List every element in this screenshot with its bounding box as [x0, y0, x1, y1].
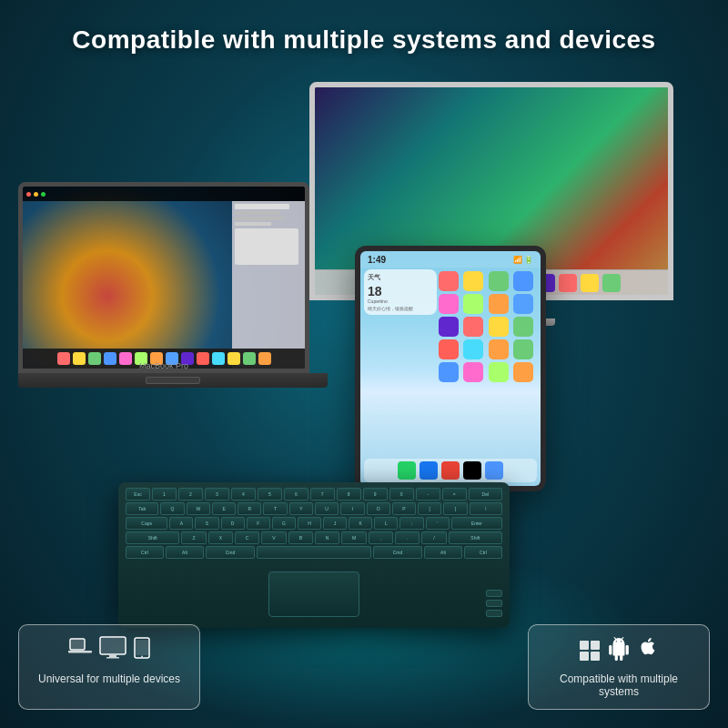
close-dot: [26, 192, 31, 197]
key-j: J: [323, 517, 347, 530]
key-semi: ;: [399, 517, 423, 530]
macbook-body: [18, 373, 328, 388]
key-r: R: [238, 502, 261, 515]
key-t: T: [263, 502, 287, 515]
info-box-systems-label: Compatible with multiple systems: [543, 672, 694, 698]
key-del: Del: [469, 488, 502, 500]
key-e: E: [212, 502, 236, 515]
key-5: 5: [258, 488, 282, 500]
key-i: I: [340, 502, 364, 515]
key-l: L: [374, 517, 398, 530]
key-space: [257, 546, 371, 559]
key-rshift: Shift: [449, 531, 502, 544]
key-8: 8: [337, 488, 361, 500]
key-slash: /: [421, 531, 446, 544]
key-s: S: [195, 517, 218, 530]
key-k: K: [349, 517, 372, 530]
key-f: F: [247, 517, 270, 530]
key-rcmd: Cmd: [373, 546, 422, 559]
android-icon: [607, 637, 631, 664]
key-row-3: Caps A S D F G H J K L ; ' Enter: [126, 517, 502, 530]
key-tab: Tab: [126, 502, 158, 515]
ipad-widget: 天气 18 Cupertino 晴天好心情，锻炼提醒: [364, 269, 437, 315]
key-w: W: [187, 502, 210, 515]
ipad-time: 1:49: [368, 255, 386, 265]
monitor-icon: [99, 636, 126, 665]
key-d: D: [221, 517, 245, 530]
key-quote: ': [426, 517, 450, 530]
ipad-status-icons: 📶 🔋: [513, 256, 533, 264]
svg-rect-3: [101, 638, 125, 653]
key-z: Z: [181, 531, 206, 544]
keyboard-device: Esc 1 2 3 4 5 6 7 8 9 0 - = Del Tab Q W …: [118, 482, 510, 628]
ipad-app-grid: [437, 269, 537, 384]
key-equal: =: [442, 488, 467, 500]
keyboard-button-2: [486, 600, 502, 607]
system-icons: [580, 636, 658, 665]
ipad-screen: 1:49 📶 🔋 天气 18 Cupertino 晴天好心情，锻炼提醒: [360, 251, 541, 486]
page-title: Compatible with multiple systems and dev…: [0, 25, 728, 55]
key-comma: ,: [369, 531, 393, 544]
key-period: .: [395, 531, 420, 544]
info-boxes: Universal for multiple devices: [0, 624, 728, 710]
laptop-icon: [68, 638, 92, 663]
keyboard-body: Esc 1 2 3 4 5 6 7 8 9 0 - = Del Tab Q W …: [118, 482, 510, 628]
info-box-systems: Compatible with multiple systems: [528, 624, 710, 710]
key-ctrl: Ctrl: [126, 546, 164, 559]
key-b: B: [288, 531, 313, 544]
key-a: A: [169, 517, 193, 530]
svg-point-8: [141, 656, 143, 658]
windows-icon: [580, 641, 600, 661]
key-x: X: [208, 531, 233, 544]
macbook-trackpad: [146, 377, 200, 384]
keyboard-touchpad: [268, 571, 359, 617]
ipad-body: 1:49 📶 🔋 天气 18 Cupertino 晴天好心情，锻炼提醒: [355, 246, 546, 491]
ipad-status-bar: 1:49 📶 🔋: [360, 251, 541, 268]
key-c: C: [235, 531, 259, 544]
fullscreen-dot: [41, 192, 46, 197]
key-alt: Alt: [166, 546, 204, 559]
key-caps: Caps: [126, 517, 167, 530]
macbook-device: MacBook Pro: [18, 182, 328, 388]
key-g: G: [272, 517, 296, 530]
macbook-sidebar: [232, 201, 305, 369]
keyboard-right-buttons: [486, 590, 502, 617]
key-0: 0: [389, 488, 414, 500]
key-n: N: [315, 531, 339, 544]
main-container: Compatible with multiple systems and dev…: [0, 0, 728, 728]
svg-rect-4: [109, 655, 116, 657]
svg-rect-7: [136, 640, 148, 655]
key-row-5: Ctrl Alt Cmd Cmd Alt Ctrl: [126, 546, 502, 559]
tablet-icon: [134, 637, 150, 664]
info-box-devices: Universal for multiple devices: [18, 624, 200, 710]
keyboard-button-3: [486, 610, 502, 617]
key-lbracket: [: [418, 502, 441, 515]
info-box-devices-label: Universal for multiple devices: [38, 672, 180, 685]
key-4: 4: [231, 488, 256, 500]
key-3: 3: [205, 488, 229, 500]
key-o: O: [367, 502, 390, 515]
key-row-2: Tab Q W E R T Y U I O P [ ] \: [126, 502, 502, 515]
device-icons: [68, 636, 150, 665]
key-lshift: Shift: [126, 531, 179, 544]
key-6: 6: [284, 488, 308, 500]
svg-rect-1: [71, 640, 84, 649]
key-rctrl: Ctrl: [464, 546, 502, 559]
apple-icon: [638, 636, 658, 665]
key-1: 1: [152, 488, 177, 500]
key-row-1: Esc 1 2 3 4 5 6 7 8 9 0 - = Del: [126, 488, 502, 500]
macbook-screen-content: [23, 187, 305, 369]
key-2: 2: [178, 488, 203, 500]
minimize-dot: [34, 192, 38, 197]
key-enter: Enter: [451, 517, 502, 530]
key-9: 9: [363, 488, 388, 500]
macbook-screen: MacBook Pro: [18, 182, 309, 373]
key-esc: Esc: [126, 488, 150, 500]
key-7: 7: [310, 488, 335, 500]
svg-rect-5: [106, 657, 119, 659]
key-v: V: [261, 531, 286, 544]
key-minus: -: [416, 488, 440, 500]
key-rbracket: ]: [443, 502, 467, 515]
key-cmd: Cmd: [206, 546, 255, 559]
ipad-dock: [364, 459, 537, 482]
